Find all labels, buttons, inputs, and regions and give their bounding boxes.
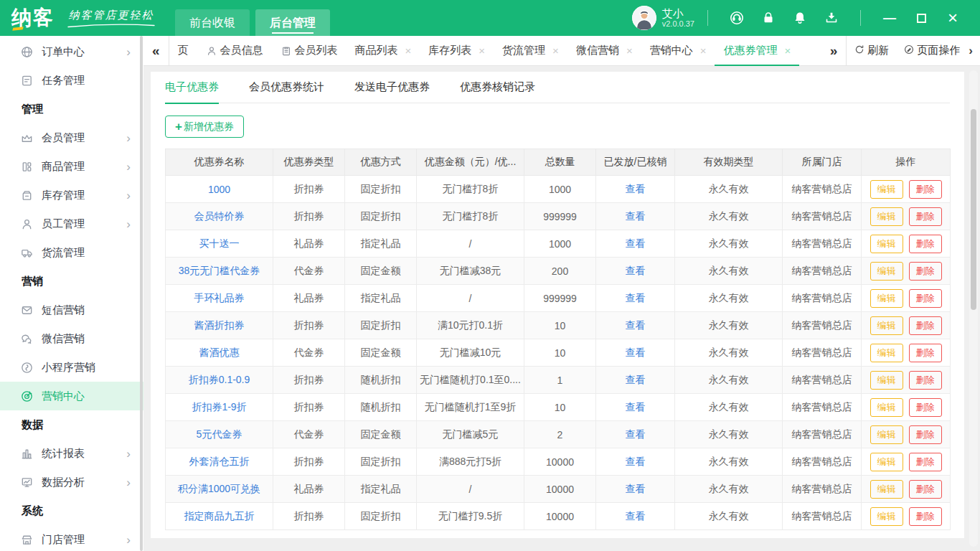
view-link[interactable]: 查看 bbox=[626, 210, 646, 222]
add-coupon-button[interactable]: + 新增优惠券 bbox=[165, 116, 244, 138]
content-tab[interactable]: 电子优惠券 bbox=[165, 72, 219, 103]
view-link[interactable]: 查看 bbox=[626, 401, 646, 413]
sidebar-item[interactable]: 统计报表› bbox=[0, 439, 143, 468]
edit-button[interactable]: 编辑 bbox=[870, 316, 903, 335]
coupon-name-link[interactable]: 5元代金券 bbox=[197, 428, 242, 440]
delete-button[interactable]: 删除 bbox=[909, 207, 942, 226]
sidebar-item[interactable]: 营销中心 bbox=[0, 382, 143, 410]
content-tab[interactable]: 会员优惠券统计 bbox=[249, 72, 324, 103]
window-tab[interactable]: 优惠券管理× bbox=[715, 36, 799, 66]
refresh-button[interactable]: 刷新 bbox=[847, 44, 896, 57]
edit-button[interactable]: 编辑 bbox=[870, 425, 903, 444]
coupon-name-link[interactable]: 1000 bbox=[208, 184, 230, 195]
edit-button[interactable]: 编辑 bbox=[870, 180, 903, 199]
download-icon[interactable] bbox=[824, 10, 839, 26]
scrollbar-thumb[interactable] bbox=[971, 109, 976, 310]
edit-button[interactable]: 编辑 bbox=[870, 344, 903, 362]
tab-close-icon[interactable]: × bbox=[784, 45, 791, 56]
nav-admin-button[interactable]: 后台管理 bbox=[255, 9, 330, 36]
edit-button[interactable]: 编辑 bbox=[870, 262, 903, 281]
window-tab[interactable]: 商品列表× bbox=[347, 36, 420, 66]
view-link[interactable]: 查看 bbox=[626, 265, 646, 276]
delete-button[interactable]: 删除 bbox=[909, 480, 942, 499]
coupon-name-link[interactable]: 买十送一 bbox=[199, 237, 240, 249]
minimize-button[interactable]: — bbox=[882, 11, 897, 25]
delete-button[interactable]: 删除 bbox=[909, 371, 942, 390]
view-link[interactable]: 查看 bbox=[626, 374, 646, 385]
content-tab[interactable]: 优惠券核销记录 bbox=[460, 72, 535, 103]
bell-icon[interactable] bbox=[792, 10, 808, 26]
sidebar-item[interactable]: 门店管理› bbox=[0, 525, 143, 551]
delete-button[interactable]: 删除 bbox=[909, 180, 942, 199]
edit-button[interactable]: 编辑 bbox=[870, 507, 903, 526]
edit-button[interactable]: 编辑 bbox=[870, 235, 903, 253]
coupon-name-link[interactable]: 酱酒优惠 bbox=[199, 347, 240, 358]
window-tab[interactable]: 会员列表 bbox=[272, 36, 347, 66]
sidebar-item[interactable]: 员工管理› bbox=[0, 209, 143, 238]
tab-close-icon[interactable]: × bbox=[405, 45, 412, 56]
delete-button[interactable]: 删除 bbox=[909, 425, 942, 444]
close-button[interactable]: × bbox=[946, 11, 960, 25]
delete-button[interactable]: 删除 bbox=[909, 235, 942, 253]
nav-cashier-button[interactable]: 前台收银 bbox=[175, 9, 250, 36]
tab-close-icon[interactable]: × bbox=[626, 45, 633, 56]
coupon-name-link[interactable]: 折扣券1-9折 bbox=[192, 401, 246, 413]
sidebar-item[interactable]: 库存管理› bbox=[0, 181, 143, 209]
edit-button[interactable]: 编辑 bbox=[870, 207, 903, 226]
coupon-name-link[interactable]: 积分满1000可兑换 bbox=[178, 483, 260, 494]
sidebar-item[interactable]: 任务管理 bbox=[0, 66, 143, 95]
view-link[interactable]: 查看 bbox=[626, 237, 646, 249]
sidebar-item[interactable]: 货流管理 bbox=[0, 238, 143, 267]
delete-button[interactable]: 删除 bbox=[909, 398, 942, 417]
coupon-name-link[interactable]: 38元无门槛代金券 bbox=[179, 265, 260, 276]
edit-button[interactable]: 编辑 bbox=[870, 371, 903, 390]
tab-close-icon[interactable]: × bbox=[552, 45, 559, 56]
edit-button[interactable]: 编辑 bbox=[870, 398, 903, 417]
scroll-right-button[interactable]: » bbox=[821, 43, 847, 59]
sidebar-item[interactable]: 短信营销 bbox=[0, 296, 143, 324]
window-tab[interactable]: 页 bbox=[169, 36, 197, 66]
sidebar-item[interactable]: 小程序营销 bbox=[0, 353, 143, 382]
sidebar-item[interactable]: 微信营销 bbox=[0, 324, 143, 353]
view-link[interactable]: 查看 bbox=[626, 292, 646, 303]
coupon-name-link[interactable]: 手环礼品券 bbox=[194, 292, 245, 303]
sidebar-scrollbar[interactable] bbox=[140, 36, 143, 551]
coupon-name-link[interactable]: 会员特价券 bbox=[194, 210, 245, 222]
coupon-name-link[interactable]: 指定商品九五折 bbox=[184, 510, 255, 522]
view-link[interactable]: 查看 bbox=[626, 319, 646, 331]
tab-close-icon[interactable]: × bbox=[479, 45, 485, 56]
window-tab[interactable]: 微信营销× bbox=[567, 36, 641, 66]
view-link[interactable]: 查看 bbox=[626, 483, 646, 494]
edit-button[interactable]: 编辑 bbox=[870, 289, 903, 308]
maximize-button[interactable] bbox=[914, 11, 928, 25]
tab-close-icon[interactable]: × bbox=[700, 45, 707, 56]
sidebar-item[interactable]: 商品管理› bbox=[0, 152, 143, 181]
delete-button[interactable]: 删除 bbox=[909, 507, 942, 526]
view-link[interactable]: 查看 bbox=[626, 183, 646, 194]
view-link[interactable]: 查看 bbox=[626, 456, 646, 467]
delete-button[interactable]: 删除 bbox=[909, 316, 942, 335]
view-link[interactable]: 查看 bbox=[626, 510, 646, 522]
page-actions-button[interactable]: 页面操作 bbox=[896, 44, 967, 57]
more-actions-chevron[interactable]: › bbox=[967, 44, 980, 58]
delete-button[interactable]: 删除 bbox=[909, 262, 942, 281]
delete-button[interactable]: 删除 bbox=[909, 289, 942, 308]
coupon-name-link[interactable]: 外套清仓五折 bbox=[189, 456, 250, 467]
window-tab[interactable]: 会员信息 bbox=[197, 36, 272, 66]
content-tab[interactable]: 发送电子优惠券 bbox=[354, 72, 430, 103]
sidebar-item[interactable]: 订单中心› bbox=[0, 37, 143, 66]
view-link[interactable]: 查看 bbox=[626, 347, 646, 358]
coupon-name-link[interactable]: 折扣券0.1-0.9 bbox=[189, 374, 250, 385]
sidebar-item[interactable]: 会员管理› bbox=[0, 123, 143, 152]
edit-button[interactable]: 编辑 bbox=[870, 453, 903, 471]
scroll-left-button[interactable]: « bbox=[143, 43, 169, 59]
delete-button[interactable]: 删除 bbox=[909, 344, 942, 362]
coupon-name-link[interactable]: 酱酒折扣券 bbox=[194, 319, 245, 331]
view-link[interactable]: 查看 bbox=[626, 428, 646, 440]
window-tab[interactable]: 库存列表× bbox=[420, 36, 494, 66]
lock-icon[interactable] bbox=[760, 10, 776, 26]
delete-button[interactable]: 删除 bbox=[909, 453, 942, 471]
edit-button[interactable]: 编辑 bbox=[870, 480, 903, 499]
sidebar-item[interactable]: 数据分析› bbox=[0, 468, 143, 496]
user-avatar[interactable] bbox=[632, 6, 656, 30]
